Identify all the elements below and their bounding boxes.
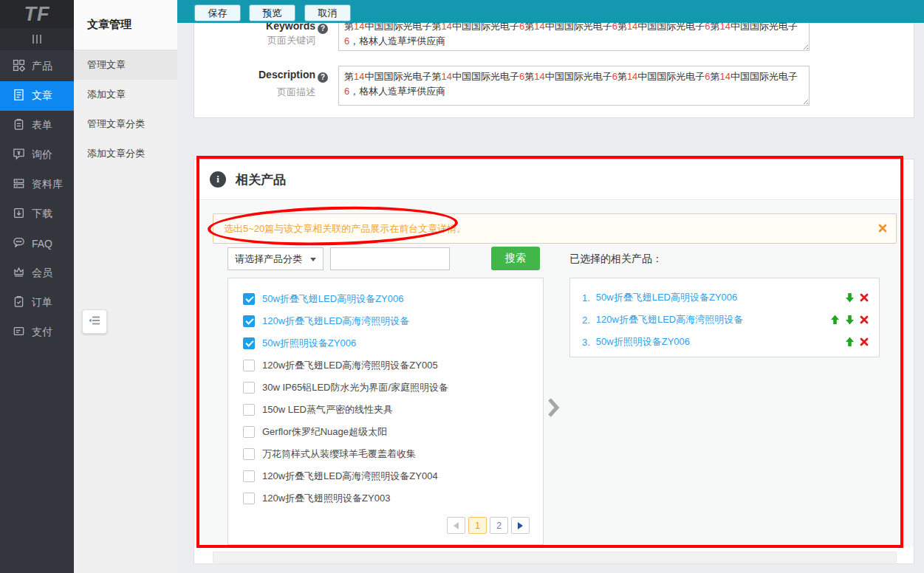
article-submenu: 文章管理 管理文章 添加文章 管理文章分类 添加文章分类 <box>74 0 177 573</box>
search-input[interactable] <box>330 247 450 270</box>
resize-handle-icon[interactable] <box>801 97 808 104</box>
prev-page-button[interactable] <box>447 517 465 534</box>
app-logo: TF <box>0 0 74 28</box>
product-checkbox[interactable] <box>243 493 255 504</box>
sidebar-item-articles[interactable]: 文章 <box>0 81 74 111</box>
sidebar-item-inquiry[interactable]: 询价 <box>0 140 74 170</box>
product-label: 50w折叠飞翅LED高明设备ZY006 <box>262 292 403 306</box>
sidebar-item-products[interactable]: 产品 <box>0 52 74 81</box>
pagination: 1 2 <box>447 517 530 534</box>
sidebar-item-label: 支付 <box>32 326 52 339</box>
submenu-item-manage-articles[interactable]: 管理文章 <box>74 50 177 80</box>
product-checkbox[interactable] <box>243 360 255 371</box>
remove-icon[interactable] <box>860 293 869 302</box>
remove-icon[interactable] <box>860 315 869 324</box>
product-label: 120w折叠飞翅LED高海湾照明设备 <box>262 315 409 328</box>
selected-product-row: 3.50w折照明设备ZY006 <box>570 331 879 353</box>
sidebar-item-label: 会员 <box>32 267 52 280</box>
sidebar-item-label: 下载 <box>32 207 52 221</box>
sidebar-item-forms[interactable]: 表单 <box>0 111 74 140</box>
product-row[interactable]: 150w LED蒸气严密的线性夹具 <box>228 399 543 421</box>
product-row[interactable]: 120w折叠飞翅LED高海湾照明设备ZY005 <box>228 354 543 377</box>
product-label: 120w折叠飞翅LED高海湾照明设备ZY004 <box>262 470 438 483</box>
save-button[interactable]: 保存 <box>194 4 241 21</box>
sidebar-item-members[interactable]: 会员 <box>0 258 74 288</box>
product-checkbox[interactable] <box>243 448 255 460</box>
selected-product-label[interactable]: 120w折叠飞翅LED高海湾照明设备 <box>596 313 830 326</box>
selected-product-label[interactable]: 50w折叠飞翅LED高明设备ZY006 <box>596 291 845 304</box>
alert-close-icon[interactable] <box>878 224 887 233</box>
selected-product-number: 1. <box>582 292 590 303</box>
description-label: Description? <box>194 69 328 83</box>
product-checkbox[interactable] <box>243 404 255 416</box>
category-select-value: 请选择产品分类 <box>235 253 302 266</box>
next-page-button[interactable] <box>511 517 530 534</box>
related-products-header: i 相关产品 <box>194 159 914 200</box>
sidebar-item-faq[interactable]: FAQ <box>0 229 74 258</box>
product-label: 万花筒样式从装缨球羊毛覆盖着收集 <box>262 447 416 461</box>
selected-products-heading: 已选择的相关产品： <box>569 247 663 270</box>
form-icon <box>13 118 25 133</box>
product-row[interactable]: 50w折叠飞翅LED高明设备ZY006 <box>228 288 543 310</box>
chevron-right-icon <box>547 397 560 419</box>
sidebar-item-library[interactable]: 资料库 <box>0 170 74 199</box>
product-row[interactable]: Gerflor侏罗纪Nuage超级太阳 <box>228 421 543 443</box>
description-sublabel: 页面描述 <box>194 86 315 99</box>
product-checkbox[interactable] <box>243 470 255 482</box>
sidebar-item-label: FAQ <box>32 238 52 250</box>
resize-handle-icon[interactable] <box>801 43 808 49</box>
prev-page-icon <box>454 522 459 529</box>
move-down-icon[interactable] <box>845 292 855 303</box>
sidebar-item-label: 订单 <box>32 296 52 309</box>
sidebar-item-label: 表单 <box>32 119 52 132</box>
sidebar-item-orders[interactable]: 订单 <box>0 288 74 318</box>
product-checkbox[interactable] <box>243 315 255 327</box>
remove-icon[interactable] <box>860 337 869 346</box>
move-down-icon[interactable] <box>845 315 855 325</box>
submenu-item-add-article[interactable]: 添加文章 <box>74 80 177 109</box>
page-2-button[interactable]: 2 <box>490 517 508 534</box>
product-row[interactable]: 120w折叠飞翅LED高海湾照明设备 <box>228 310 543 332</box>
sidebar-collapse-toggle[interactable] <box>0 28 74 50</box>
payment-icon <box>13 325 25 340</box>
product-row[interactable]: 50w折照明设备ZY006 <box>228 332 543 354</box>
product-list: 50w折叠飞翅LED高明设备ZY006120w折叠飞翅LED高海湾照明设备50w… <box>228 288 543 509</box>
section-title: 相关产品 <box>236 171 286 188</box>
product-label: 120w折叠飞翅LED高海湾照明设备ZY005 <box>262 359 438 372</box>
product-row[interactable]: 120w折叠飞翅LED高海湾照明设备ZY004 <box>228 465 543 487</box>
product-checkbox[interactable] <box>243 337 255 349</box>
faq-icon <box>13 236 25 251</box>
product-row[interactable]: 120w折叠飞翅照明设备ZY003 <box>228 487 543 509</box>
sidebar-item-label: 询价 <box>32 148 52 162</box>
submenu-title: 文章管理 <box>74 0 177 50</box>
sidebar-item-payments[interactable]: 支付 <box>0 318 74 347</box>
selected-product-label[interactable]: 50w折照明设备ZY006 <box>596 335 845 349</box>
page-1-button[interactable]: 1 <box>468 517 487 534</box>
product-row[interactable]: 万花筒样式从装缨球羊毛覆盖着收集 <box>228 443 543 465</box>
product-checkbox[interactable] <box>243 293 255 305</box>
product-list-panel: 50w折叠飞翅LED高明设备ZY006120w折叠飞翅LED高海湾照明设备50w… <box>227 278 544 545</box>
library-icon <box>13 177 25 192</box>
product-checkbox[interactable] <box>243 382 255 394</box>
sidebar-nav: 产品 文章 表单 询价 资料库 下载 FAQ 会员 <box>0 52 74 347</box>
sidebar-item-downloads[interactable]: 下载 <box>0 199 74 229</box>
cancel-button[interactable]: 取消 <box>304 4 351 21</box>
category-select[interactable]: 请选择产品分类 <box>227 247 324 270</box>
product-label: 120w折叠飞翅照明设备ZY003 <box>262 492 390 505</box>
preview-button[interactable]: 预览 <box>249 4 295 21</box>
move-up-icon[interactable] <box>830 315 840 325</box>
product-checkbox[interactable] <box>243 426 255 438</box>
product-label: 50w折照明设备ZY006 <box>262 337 356 350</box>
product-row[interactable]: 30w IP65铝LED防水光为界面/家庭照明设备 <box>228 377 543 399</box>
next-page-icon <box>518 522 523 529</box>
grid-icon <box>13 59 25 74</box>
search-button[interactable]: 搜索 <box>491 247 540 270</box>
article-icon <box>13 89 25 103</box>
submenu-item-manage-categories[interactable]: 管理文章分类 <box>74 109 177 139</box>
help-icon: ? <box>318 72 328 83</box>
download-icon <box>13 207 25 222</box>
description-textarea[interactable]: 第14中国国际光电子第14中国国际光电子6第14中国国际光电子6第14中国国际光… <box>338 66 810 106</box>
move-up-icon[interactable] <box>845 337 855 347</box>
submenu-item-add-category[interactable]: 添加文章分类 <box>74 139 177 168</box>
submenu-collapse-button[interactable] <box>82 309 107 334</box>
